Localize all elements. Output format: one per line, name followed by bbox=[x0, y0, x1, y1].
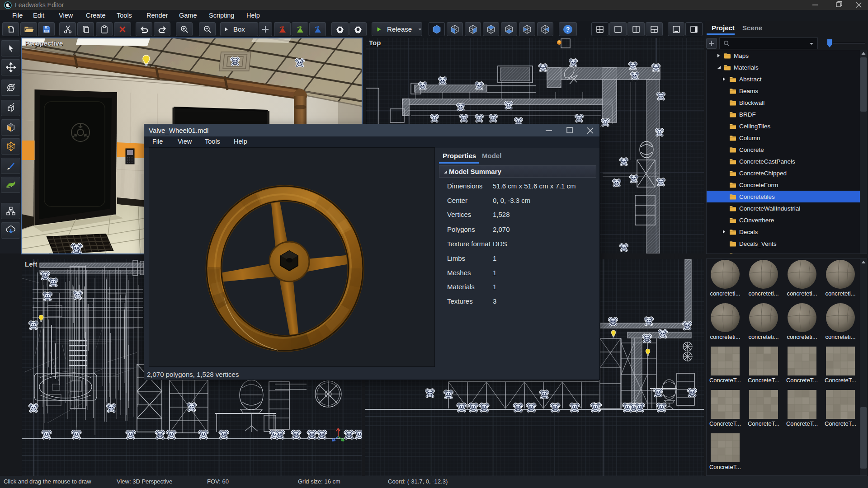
svg-text:?: ? bbox=[566, 26, 570, 33]
